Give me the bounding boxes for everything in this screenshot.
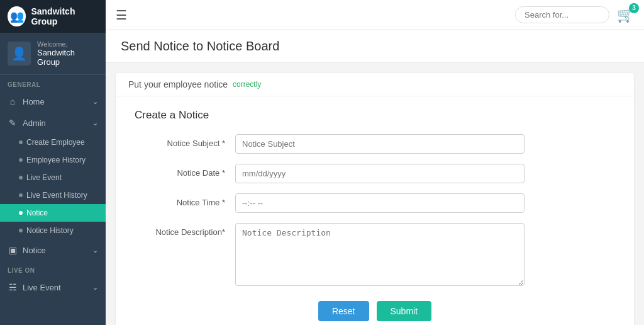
dot-icon: [19, 176, 23, 180]
sidebar-item-employee-history-label: Employee History: [26, 156, 86, 164]
reset-button[interactable]: Reset: [318, 301, 369, 321]
sidebar-item-employee-history[interactable]: Employee History: [0, 151, 106, 169]
notice-subject-input[interactable]: [235, 134, 525, 154]
subheader-hint: correctly: [233, 80, 261, 89]
notice-time-group: Notice Time *: [135, 193, 615, 213]
notice-icon: ▣: [8, 245, 18, 255]
subheader-title: Put your employee notice: [128, 79, 228, 89]
chevron-down-icon: ⌄: [92, 283, 98, 292]
user-name: Sandwitch Group: [37, 48, 98, 67]
chevron-down-icon: ⌄: [92, 246, 98, 254]
notice-date-input[interactable]: [235, 164, 525, 183]
dot-icon: [19, 140, 23, 144]
chevron-down-icon: ⌄: [92, 98, 98, 106]
sidebar-logo: 👥 Sandwitch Group: [0, 0, 106, 33]
sidebar-item-live-event-history[interactable]: Live Event History: [0, 186, 106, 204]
sidebar-item-live-event-history-label: Live Event History: [26, 191, 87, 200]
sidebar-item-create-employee-label: Create Employee: [26, 138, 85, 147]
home-icon: ⌂: [8, 96, 18, 106]
main-content: ☰ 🛒 3 Send Notice to Notice Board Put yo…: [106, 0, 644, 325]
card-subheader: Put your employee notice correctly: [116, 73, 634, 96]
sidebar-item-live-event-main[interactable]: ☵ Live Event ⌄: [0, 277, 106, 298]
notice-description-label: Notice Description*: [135, 223, 235, 237]
dot-icon: [19, 158, 23, 162]
page-header: Send Notice to Notice Board: [106, 30, 644, 63]
sidebar-item-live-event[interactable]: Live Event: [0, 169, 106, 186]
topbar: ☰ 🛒 3: [106, 0, 644, 30]
sidebar-item-live-event-main-label: Live Event: [23, 283, 61, 292]
logo-text: Sandwitch Group: [31, 6, 98, 26]
sidebar-item-create-employee[interactable]: Create Employee: [0, 134, 106, 151]
page-title: Send Notice to Notice Board: [121, 39, 279, 54]
logo-icon: 👥: [8, 6, 26, 26]
sidebar: 👥 Sandwitch Group 👤 Welcome, Sandwitch G…: [0, 0, 106, 325]
notice-description-group: Notice Description*: [135, 223, 615, 286]
cart-badge[interactable]: 🛒 3: [617, 7, 634, 23]
content-area: Put your employee notice correctly Creat…: [106, 63, 644, 325]
welcome-text: Welcome,: [37, 40, 98, 48]
card-body: Create a Notice Notice Subject * Notice …: [116, 96, 634, 325]
dot-icon: [19, 193, 23, 197]
sidebar-item-notice-label: Notice: [26, 208, 48, 217]
dot-icon: [19, 229, 23, 232]
sidebar-item-live-event-label: Live Event: [26, 173, 62, 182]
monitor-icon: ☵: [8, 282, 18, 292]
form-section-title: Create a Notice: [135, 109, 615, 122]
sidebar-item-home-label: Home: [23, 97, 45, 106]
user-info: Welcome, Sandwitch Group: [37, 40, 98, 67]
sidebar-item-notice-history[interactable]: Notice History: [0, 222, 106, 239]
sidebar-item-notice-history-label: Notice History: [26, 226, 74, 235]
sidebar-item-notice-main[interactable]: ▣ Notice ⌄: [0, 239, 106, 261]
notice-description-textarea[interactable]: [235, 223, 525, 286]
notice-card: Put your employee notice correctly Creat…: [116, 73, 634, 325]
chevron-down-icon: ⌄: [92, 119, 98, 127]
search-input[interactable]: [515, 6, 609, 23]
general-section-label: GENERAL: [0, 75, 106, 91]
admin-icon: ✎: [8, 118, 18, 128]
cart-count-badge: 3: [629, 3, 639, 13]
form-actions: Reset Submit: [135, 301, 615, 321]
notice-time-label: Notice Time *: [135, 193, 235, 207]
live-on-section-label: LIVE ON: [0, 261, 106, 277]
notice-subject-label: Notice Subject *: [135, 134, 235, 148]
sidebar-user: 👤 Welcome, Sandwitch Group: [0, 33, 106, 75]
sidebar-item-notice[interactable]: Notice: [0, 204, 106, 222]
submit-button[interactable]: Submit: [377, 301, 432, 321]
notice-date-label: Notice Date *: [135, 164, 235, 178]
sidebar-item-notice-main-label: Notice: [23, 246, 46, 255]
notice-time-input[interactable]: [235, 193, 525, 213]
sidebar-item-admin-label: Admin: [23, 118, 46, 128]
sidebar-item-home[interactable]: ⌂ Home ⌄: [0, 91, 106, 112]
avatar: 👤: [8, 42, 31, 66]
sidebar-item-admin[interactable]: ✎ Admin ⌄: [0, 112, 106, 134]
dot-icon: [19, 211, 23, 215]
notice-date-group: Notice Date *: [135, 164, 615, 183]
notice-subject-group: Notice Subject *: [135, 134, 615, 154]
hamburger-icon[interactable]: ☰: [116, 8, 127, 23]
